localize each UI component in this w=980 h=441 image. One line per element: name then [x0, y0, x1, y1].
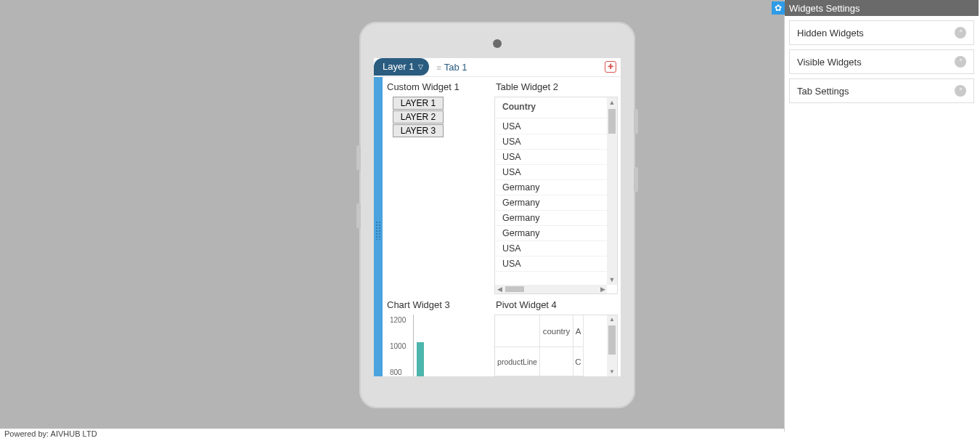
- table-rows: USA USA USA USA Germany Germany Germany …: [495, 119, 607, 285]
- resize-strip[interactable]: [374, 77, 383, 376]
- scroll-thumb[interactable]: [608, 109, 616, 134]
- vertical-scrollbar[interactable]: ▲ ▼: [607, 315, 617, 376]
- accordion: Hidden Widgets ˄ Visible Widgets ˄ Tab S…: [785, 16, 979, 112]
- chart-area: 1200 1000 800: [390, 315, 489, 376]
- sidebar-header: ✿ Widgets Settings: [785, 0, 979, 16]
- table-header-country[interactable]: Country: [495, 97, 617, 118]
- scroll-down-icon[interactable]: ▼: [607, 368, 617, 376]
- scroll-thumb[interactable]: [608, 325, 616, 355]
- pivot-row-header[interactable]: productLine: [495, 347, 540, 376]
- widget-title: Chart Widget 3: [385, 299, 489, 310]
- chart-bar: [417, 342, 424, 376]
- widget-title: Custom Widget 1: [385, 81, 489, 92]
- footer-text: Powered by: AIVHUB LTD: [4, 429, 97, 438]
- widget-title: Table Widget 2: [494, 81, 618, 92]
- table-row[interactable]: USA: [495, 134, 607, 150]
- widget-grid: Custom Widget 1 LAYER 1 LAYER 2 LAYER 3 …: [383, 77, 621, 376]
- chevron-down-icon: ▽: [418, 63, 423, 70]
- content-area: Custom Widget 1 LAYER 1 LAYER 2 LAYER 3 …: [374, 77, 621, 376]
- pivot-col-value[interactable]: A: [573, 315, 584, 347]
- accordion-label: Tab Settings: [797, 86, 849, 97]
- y-tick-label: 1000: [390, 342, 406, 350]
- widgets-settings-panel: ✿ Widgets Settings Hidden Widgets ˄ Visi…: [784, 0, 979, 432]
- table-row[interactable]: Germany: [495, 180, 607, 195]
- scroll-up-icon[interactable]: ▲: [607, 315, 617, 324]
- pivot-cell[interactable]: [540, 347, 573, 376]
- layer-dropdown[interactable]: Layer 1 ▽: [374, 58, 429, 76]
- table-row[interactable]: Germany: [495, 211, 607, 226]
- chevron-up-icon: ˄: [955, 85, 966, 97]
- tablet-notch: [356, 145, 361, 170]
- tablet-camera-dot: [493, 39, 502, 48]
- tablet-notch: [634, 109, 638, 134]
- pivot-corner-cell: [495, 315, 540, 347]
- table-row[interactable]: USA: [495, 256, 607, 272]
- scroll-thumb[interactable]: [505, 286, 524, 292]
- tab-bar: Layer 1 ▽ ≡ Tab 1 ✚: [374, 58, 621, 77]
- pivot-widget-panel: Pivot Widget 4 country A productLine C ▲…: [491, 295, 621, 376]
- tablet-notch: [634, 167, 638, 192]
- y-tick-label: 800: [390, 368, 402, 376]
- layer-1-button[interactable]: LAYER 1: [393, 97, 444, 110]
- add-widget-button[interactable]: ✚: [605, 61, 616, 73]
- accordion-hidden-widgets[interactable]: Hidden Widgets ˄: [789, 20, 974, 45]
- layer-2-button[interactable]: LAYER 2: [393, 110, 444, 124]
- table-row[interactable]: USA: [495, 241, 607, 256]
- accordion-label: Visible Widgets: [797, 57, 862, 68]
- scroll-up-icon[interactable]: ▲: [607, 97, 617, 108]
- tab-label: Tab 1: [444, 62, 467, 73]
- tab-item[interactable]: ≡ Tab 1: [436, 62, 467, 73]
- vertical-scrollbar[interactable]: ▲ ▼: [607, 97, 617, 285]
- pivot-col-header[interactable]: country: [540, 315, 573, 347]
- chart-axis: [413, 315, 484, 376]
- pivot-cell[interactable]: C: [573, 347, 584, 376]
- y-tick-label: 1200: [390, 315, 406, 323]
- tablet-frame: Layer 1 ▽ ≡ Tab 1 ✚ Custom Widget 1 LAYE…: [359, 22, 635, 408]
- scroll-down-icon[interactable]: ▼: [607, 275, 617, 285]
- chevron-up-icon: ˄: [955, 27, 966, 39]
- table-row[interactable]: USA: [495, 119, 607, 134]
- accordion-label: Hidden Widgets: [797, 28, 864, 39]
- tablet-notch: [356, 203, 361, 228]
- table-widget: Country USA USA USA USA Germany Germany …: [494, 97, 618, 294]
- accordion-tab-settings[interactable]: Tab Settings ˄: [789, 78, 974, 103]
- table-row[interactable]: Germany: [495, 195, 607, 211]
- chevron-up-icon: ˄: [955, 56, 966, 68]
- sidebar-title: Widgets Settings: [789, 3, 860, 14]
- pivot-table: country A productLine C ▲ ▼: [494, 315, 618, 376]
- drag-handle-icon: ≡: [436, 63, 440, 72]
- chart-widget-panel: Chart Widget 3 1200 1000 800: [383, 295, 491, 376]
- custom-widget-panel: Custom Widget 1 LAYER 1 LAYER 2 LAYER 3: [383, 77, 491, 295]
- layer-dropdown-label: Layer 1: [383, 61, 414, 72]
- layer-3-button[interactable]: LAYER 3: [393, 124, 444, 137]
- scroll-left-icon[interactable]: ◀: [495, 286, 504, 293]
- horizontal-scrollbar[interactable]: ◀ ▶: [495, 285, 607, 294]
- widget-title: Pivot Widget 4: [494, 299, 618, 310]
- table-row[interactable]: USA: [495, 150, 607, 165]
- tablet-screen: Layer 1 ▽ ≡ Tab 1 ✚ Custom Widget 1 LAYE…: [374, 58, 621, 376]
- grip-dots-icon: [375, 221, 381, 240]
- accordion-visible-widgets[interactable]: Visible Widgets ˄: [789, 49, 974, 74]
- table-widget-panel: Table Widget 2 Country USA USA USA USA G…: [491, 77, 621, 295]
- scroll-right-icon[interactable]: ▶: [598, 286, 607, 293]
- table-row[interactable]: Germany: [495, 226, 607, 241]
- table-row[interactable]: USA: [495, 165, 607, 180]
- gear-icon[interactable]: ✿: [772, 1, 785, 15]
